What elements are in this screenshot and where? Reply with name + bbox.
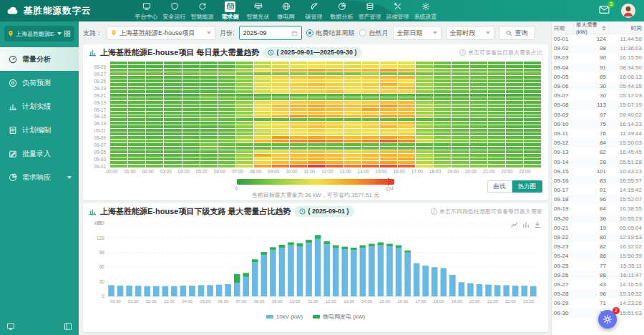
heatmap-cell[interactable] bbox=[326, 108, 343, 111]
heatmap-cell[interactable] bbox=[218, 72, 235, 75]
collapse-panel-icon[interactable] bbox=[64, 322, 72, 331]
heatmap-cell[interactable] bbox=[218, 69, 235, 72]
heatmap-cell[interactable] bbox=[254, 65, 271, 68]
heatmap-cell[interactable] bbox=[326, 122, 343, 125]
heatmap-cell[interactable] bbox=[344, 118, 361, 121]
heatmap-cell[interactable] bbox=[362, 118, 379, 121]
heatmap-cell[interactable] bbox=[272, 157, 289, 160]
heatmap-cell[interactable] bbox=[362, 150, 379, 153]
heatmap-cell[interactable] bbox=[380, 140, 397, 142]
heatmap-cell[interactable] bbox=[236, 108, 253, 111]
heatmap-cell[interactable] bbox=[272, 105, 289, 107]
bar-microgrid[interactable] bbox=[323, 241, 330, 244]
heatmap-cell[interactable] bbox=[272, 112, 289, 115]
heatmap-cell[interactable] bbox=[398, 83, 415, 86]
heatmap-cell[interactable] bbox=[182, 118, 200, 121]
heatmap-cell[interactable] bbox=[452, 76, 469, 79]
heatmap-cell[interactable] bbox=[236, 62, 253, 64]
heatmap-cell[interactable] bbox=[434, 118, 451, 121]
heatmap-cell[interactable] bbox=[344, 87, 361, 89]
heatmap-cell[interactable] bbox=[380, 79, 397, 82]
heatmap-cell[interactable] bbox=[200, 157, 218, 160]
heatmap-cell[interactable] bbox=[326, 83, 343, 86]
heatmap-cell[interactable] bbox=[452, 165, 469, 168]
heatmap-cell[interactable] bbox=[434, 112, 451, 115]
heatmap-cell[interactable] bbox=[182, 136, 200, 139]
table-row[interactable]: 09-238216:32:02 bbox=[552, 242, 644, 251]
heatmap-cell[interactable] bbox=[254, 94, 271, 97]
heatmap-cell[interactable] bbox=[470, 76, 487, 79]
bar-10kv[interactable] bbox=[467, 283, 474, 296]
heatmap-grid[interactable] bbox=[110, 62, 541, 168]
heatmap-cell[interactable] bbox=[236, 69, 253, 72]
heatmap-cell[interactable] bbox=[308, 87, 325, 89]
heatmap-cell[interactable] bbox=[290, 154, 307, 157]
heatmap-cell[interactable] bbox=[398, 143, 415, 146]
bar-10kv[interactable] bbox=[216, 285, 223, 296]
table-row[interactable]: 09-203610:55:23 bbox=[552, 214, 644, 223]
heatmap-cell[interactable] bbox=[182, 140, 200, 142]
heatmap-cell[interactable] bbox=[146, 115, 163, 118]
heatmap-cell[interactable] bbox=[380, 165, 397, 168]
heatmap-cell[interactable] bbox=[506, 136, 523, 139]
heatmap-cell[interactable] bbox=[470, 154, 487, 157]
heatmap-cell[interactable] bbox=[362, 154, 379, 157]
heatmap-cell[interactable] bbox=[308, 90, 325, 93]
heatmap-cell[interactable] bbox=[362, 157, 379, 160]
heatmap-cell[interactable] bbox=[380, 90, 397, 93]
heatmap-cell[interactable] bbox=[290, 122, 307, 125]
heatmap-cell[interactable] bbox=[254, 143, 271, 146]
heatmap-cell[interactable] bbox=[164, 161, 181, 164]
heatmap-cell[interactable] bbox=[218, 115, 235, 118]
heatmap-cell[interactable] bbox=[524, 83, 541, 86]
heatmap-cell[interactable] bbox=[182, 129, 200, 132]
heatmap-cell[interactable] bbox=[308, 83, 325, 86]
heatmap-cell[interactable] bbox=[470, 97, 487, 100]
heatmap-cell[interactable] bbox=[344, 90, 361, 93]
heatmap-cell[interactable] bbox=[488, 115, 505, 118]
heatmap-cell[interactable] bbox=[380, 143, 397, 146]
sidebar-item-demand-response[interactable]: 需求响应 bbox=[0, 165, 79, 189]
heatmap-cell[interactable] bbox=[380, 105, 397, 107]
heatmap-cell[interactable] bbox=[326, 112, 343, 115]
heatmap-cell[interactable] bbox=[452, 122, 469, 125]
heatmap-cell[interactable] bbox=[290, 132, 307, 135]
heatmap-cell[interactable] bbox=[326, 90, 343, 93]
heatmap-cell[interactable] bbox=[110, 83, 127, 86]
heatmap-cell[interactable] bbox=[524, 154, 541, 157]
nav-item-system-settings[interactable]: 系统设置 bbox=[411, 1, 439, 21]
heatmap-cell[interactable] bbox=[506, 62, 523, 64]
heatmap-cell[interactable] bbox=[488, 157, 505, 160]
heatmap-cell[interactable] bbox=[308, 105, 325, 107]
heatmap-cell[interactable] bbox=[380, 147, 397, 150]
heatmap-cell[interactable] bbox=[290, 147, 307, 150]
heatmap-cell[interactable] bbox=[470, 143, 487, 146]
heatmap-cell[interactable] bbox=[380, 132, 397, 135]
heatmap-cell[interactable] bbox=[236, 122, 253, 125]
heatmap-cell[interactable] bbox=[344, 150, 361, 153]
heatmap-cell[interactable] bbox=[164, 150, 181, 153]
heatmap-cell[interactable] bbox=[182, 112, 200, 115]
heatmap-cell[interactable] bbox=[362, 161, 379, 164]
heatmap-cell[interactable] bbox=[452, 136, 469, 139]
heatmap-cell[interactable] bbox=[146, 62, 163, 64]
bar-microgrid[interactable] bbox=[360, 246, 366, 248]
heatmap-cell[interactable] bbox=[236, 161, 253, 164]
heatmap-cell[interactable] bbox=[362, 79, 379, 82]
heatmap-cell[interactable] bbox=[164, 72, 181, 75]
heatmap-cell[interactable] bbox=[128, 132, 145, 135]
heatmap-cell[interactable] bbox=[434, 147, 451, 150]
heatmap-cell[interactable] bbox=[416, 105, 433, 107]
heatmap-cell[interactable] bbox=[218, 108, 235, 111]
heatmap-cell[interactable] bbox=[434, 129, 451, 132]
heatmap-cell[interactable] bbox=[164, 105, 181, 107]
heatmap-cell[interactable] bbox=[200, 108, 218, 111]
nav-item-platform-center[interactable]: 平台中心 bbox=[132, 1, 160, 21]
line-chart-icon[interactable] bbox=[511, 221, 518, 228]
table-row[interactable]: 09-248615:50:39 bbox=[552, 251, 644, 261]
heatmap-cell[interactable] bbox=[524, 90, 541, 93]
heatmap-cell[interactable] bbox=[344, 79, 361, 82]
heatmap-cell[interactable] bbox=[110, 94, 127, 97]
table-row[interactable]: 09-029811:36:03 bbox=[552, 44, 644, 53]
heatmap-cell[interactable] bbox=[110, 122, 127, 125]
